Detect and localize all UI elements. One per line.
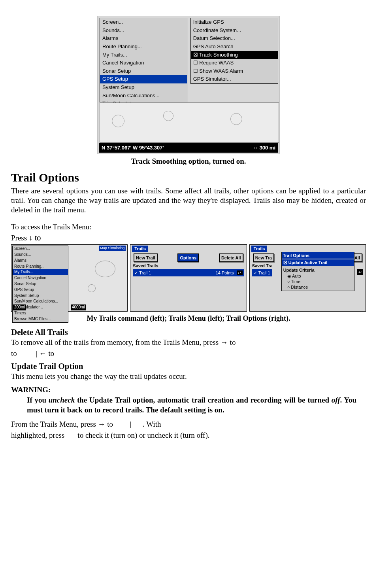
menu-item: Cancel Navigation (100, 59, 187, 67)
p4b-text: | ← to (36, 349, 54, 357)
saved-trails-label: Saved Trails (133, 263, 158, 268)
p6b: | (130, 420, 132, 428)
menu-item: Sonar Setup (100, 67, 187, 76)
menu-item: System Setup (100, 83, 187, 92)
trail-options-popup: Trail Options ☒ Update Active TrailUpdat… (281, 252, 354, 291)
menu-item: Alarms (100, 34, 187, 43)
para-intro: There are several options you can use wi… (11, 186, 366, 215)
heading-update-trail: Update Trail Option (11, 361, 366, 372)
menu-item: My Trails... (100, 51, 187, 59)
submenu-item: ☐ Require WAAS (191, 59, 278, 67)
p4-text: To remove all of the trails from memory,… (11, 338, 236, 346)
heading-delete-all: Delete All Trails (11, 327, 366, 338)
scale: ↔ 300 mi (253, 145, 275, 151)
submenu-item: Datum Selection... (191, 34, 278, 43)
triple-screenshots: Map Simulating Screen...Sounds...AlarmsR… (11, 244, 366, 312)
menu-item: Route Planning... (100, 43, 187, 51)
menu-item: Cancel Navigation (13, 275, 68, 281)
menu-item: Browse MMC Files... (13, 316, 68, 322)
menu-item: My Trails... (13, 269, 68, 275)
dialog-button: New Trail (134, 253, 157, 262)
para-highlighted: highlighted, press to check it (turn on)… (11, 431, 366, 440)
menu-my-trails: Screen...Sounds...AlarmsRoute Planning..… (12, 246, 68, 322)
popup-item: Update Criteria (283, 267, 352, 273)
status-bar: N 37°57.067' W 95°43.307' ↔ 300 mi (99, 143, 278, 153)
sim-note: Map Simulating (99, 246, 126, 251)
para-press: Press ↓ to (11, 233, 366, 243)
heading-trail-options: Trail Options (11, 170, 366, 185)
submenu-item: ☒ Track Smoothing (191, 51, 278, 59)
gps-submenu: Initialize GPSCoordinate System...Datum … (190, 18, 278, 84)
menu-item: Sounds... (100, 26, 187, 35)
caption-1: Track Smoothing option, turned on. (11, 157, 366, 166)
submenu-item: Initialize GPS (191, 18, 278, 26)
submenu-item: GPS Auto Search (191, 43, 278, 51)
panelB-title: Trails (132, 246, 148, 252)
dialog-button: Delete All (219, 253, 243, 262)
popup-item: ○ Distance (283, 284, 352, 290)
popup-item: ○ Time (283, 279, 352, 284)
screenshot-trails-menu: Trails New TrailOptionsDelete All Saved … (130, 244, 247, 312)
submenu-item: ☐ Show WAAS Alarm (191, 67, 278, 76)
saved-trails-cut: Saved Tra (252, 263, 273, 268)
enter-icon: ↵ (237, 270, 243, 275)
menu-item: GPS Setup (100, 75, 187, 83)
trail-row: ✓ Trail 1 14 Points ↵ (133, 269, 244, 276)
para-from-menu: From the Trails Menu, press → to | . Wit… (11, 420, 366, 429)
w1: If you (27, 396, 49, 404)
para-delete-2: to | ← to (11, 349, 366, 358)
menu-item: Route Planning... (13, 264, 68, 270)
trail-row-C: ✓ Trail 1 (252, 269, 272, 276)
menu-item: Sun/Moon Calculations... (13, 299, 68, 304)
menu-item: Sonar Setup (13, 281, 68, 287)
warning-heading: WARNING: (11, 385, 366, 395)
menu-item: System Setup (13, 293, 68, 299)
popup-item: ◉ Auto (283, 273, 352, 279)
w3: the Update Trail option, automatic trail… (75, 396, 332, 404)
screenshot-track-smoothing: Screen...Sounds...AlarmsRoute Planning..… (98, 16, 279, 154)
popup-item: ☒ Update Active Trail (282, 259, 354, 266)
p6a: From the Trails Menu, press → to (11, 420, 115, 428)
trail-points: 14 Points (216, 270, 234, 275)
menu-item: Screen... (100, 18, 187, 26)
w2: uncheck (49, 396, 75, 404)
scale-A2: 4000mi (71, 304, 86, 310)
press-label: Press (11, 234, 29, 242)
menu-item: Screen... (13, 246, 68, 252)
menu-item: GPS Setup (13, 287, 68, 293)
menu-item: Sounds... (13, 252, 68, 258)
panelC-title: Trails (251, 246, 268, 252)
screenshot-trail-options: Trails New Tra te All Saved Tra ✓ Trail … (249, 244, 366, 312)
enter-icon-C: ↵ (357, 269, 363, 275)
new-trail-cut: New Tra (253, 253, 274, 262)
scale-A: 200mi (13, 304, 26, 310)
p7b: to check it (turn on) or uncheck it (tur… (77, 431, 209, 439)
menu-item: Timers (13, 310, 68, 316)
menu-item: Alarms (13, 258, 68, 264)
submenu-item: Coordinate System... (191, 26, 278, 35)
screenshot-my-trails-cmd: Map Simulating Screen...Sounds...AlarmsR… (11, 244, 128, 312)
para-update: This menu lets you change the way the tr… (11, 372, 366, 381)
popup-title: Trail Options (282, 252, 354, 259)
trail-name: ✓ Trail 1 (134, 270, 151, 276)
map-area (100, 102, 279, 143)
para-delete: To remove all of the trails from memory,… (11, 338, 366, 347)
dialog-button: Options (177, 253, 199, 262)
p7a: highlighted, press (11, 431, 66, 439)
p6c: . With (143, 420, 161, 428)
submenu-item: GPS Simulator... (191, 75, 278, 83)
warning-body: If you uncheck the Update Trail option, … (27, 395, 356, 415)
para-access: To access the Trails Menu: (11, 222, 366, 232)
down-arrow-text: ↓ to (29, 234, 41, 242)
menu-item: Sun/Moon Calculations... (100, 92, 187, 100)
coords: N 37°57.067' W 95°43.307' (102, 145, 164, 151)
w4: off (332, 396, 340, 404)
